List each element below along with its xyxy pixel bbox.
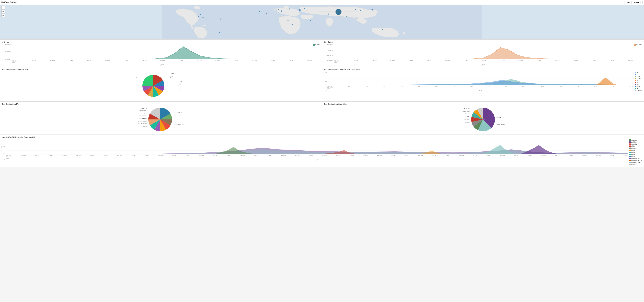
- top-flows-overtime-title: Top Flows by Destination Port Over Time: [324, 68, 642, 70]
- svg-point-13: [382, 29, 383, 30]
- top-dest-ips-chart: other (1) 195.238.2.21 10.01 203.107.6.8…: [2, 106, 320, 133]
- chevron-down-icon: ▾: [640, 1, 641, 4]
- in-bytes-chart-area: 150,000,000 In Bytes 100,000,000 50,000,…: [2, 44, 320, 66]
- out-y-axis-mid: 100,000,000: [324, 55, 333, 56]
- out-bytes-x-label: _time: [334, 64, 633, 66]
- svg-point-18: [198, 16, 199, 17]
- svg-marker-33: [334, 47, 633, 59]
- edit-button[interactable]: Edit: [624, 1, 632, 4]
- y-axis-label-text: In Bytes: [0, 146, 2, 151]
- in-bytes-legend-label: In Bytes: [315, 44, 320, 46]
- svg-point-12: [356, 18, 358, 19]
- svg-point-21: [219, 32, 220, 33]
- overtime-x-label: _time: [327, 90, 634, 91]
- top-flows-overtime-chart: 100 50 0 6:24 PMSun Jun 212020 6:27: [324, 72, 642, 92]
- svg-marker-28: [12, 46, 312, 59]
- map-zoom-controls: + − ⊕: [1, 6, 5, 17]
- svg-point-1: [336, 9, 342, 15]
- port-label-1600: 1600: [179, 81, 182, 83]
- port-label-53-bottom: 53: [179, 89, 182, 90]
- world-map: + − ⊕: [0, 5, 644, 40]
- out-bytes-panel: Out Bytes 150,000,000 Out Bytes 100,000,…: [322, 40, 644, 67]
- svg-point-20: [220, 18, 221, 20]
- out-bytes-chart-area: 150,000,000 Out Bytes 100,000,000 50,000…: [324, 44, 642, 66]
- toolbar-buttons: Edit Export ▾: [624, 1, 643, 4]
- top-flows-dest-port-title: Top Flows by Destination Port: [2, 68, 320, 70]
- top-dest-ips-title: Top Destination IPs: [2, 103, 320, 105]
- svg-point-17: [202, 17, 204, 18]
- svg-point-6: [304, 8, 306, 9]
- svg-point-4: [278, 9, 279, 10]
- out-y-axis-low: 50,000,000: [324, 60, 333, 62]
- svg-point-2: [299, 9, 301, 11]
- svg-point-5: [289, 8, 290, 10]
- out-bytes-title: Out Bytes: [324, 41, 642, 43]
- top-dest-countries-chart: other (8) Netherlands Ireland China Germ…: [324, 106, 642, 133]
- top-dest-countries-title: Top Destination Countries: [324, 103, 642, 105]
- non-us-legend: Australia Belgium Canada China Germany I…: [629, 139, 642, 165]
- svg-point-9: [372, 9, 373, 10]
- top-flows-overtime-panel: Top Flows by Destination Port Over Time …: [322, 67, 644, 102]
- svg-marker-38: [327, 80, 634, 85]
- top-dest-ips-panel: Top Destination IPs other (1) 195.238.2.…: [0, 102, 322, 135]
- non-us-traffic-title: Non-US Traffic Flows by Country (4h): [2, 136, 642, 138]
- svg-point-23: [266, 13, 267, 14]
- top-dest-countries-panel: Top Destination Countries other (8) Neth…: [322, 102, 644, 135]
- out-bytes-legend-color: [634, 44, 636, 46]
- non-us-traffic-chart: 200 150 100 50: [2, 139, 642, 165]
- svg-point-3: [280, 10, 282, 12]
- svg-point-16: [288, 20, 288, 21]
- svg-point-10: [328, 14, 329, 14]
- svg-marker-39: [591, 78, 634, 85]
- svg-point-15: [292, 24, 293, 25]
- y-axis-mid: 100,000,000: [2, 51, 11, 52]
- top-flows-dest-port-panel: Top Flows by Destination Port: [0, 67, 322, 102]
- non-us-x-label: _time: [6, 159, 628, 161]
- svg-point-22: [259, 11, 260, 12]
- svg-point-8: [360, 10, 361, 11]
- port-label-443: 443: [179, 83, 182, 85]
- zoom-out-button[interactable]: −: [1, 10, 5, 13]
- y-axis-max: 150,000,000: [2, 44, 11, 46]
- out-y-axis-label: Out Bytes: [324, 50, 333, 51]
- y-axis-low: 50,000,000: [2, 58, 11, 60]
- svg-point-14: [310, 20, 311, 21]
- in-bytes-panel: In Bytes 150,000,000 In Bytes 100,000,00…: [0, 40, 322, 67]
- svg-point-7: [355, 9, 356, 10]
- out-bytes-legend-label: Out Bytes: [636, 44, 642, 46]
- zoom-reset-button[interactable]: ⊕: [1, 14, 5, 17]
- dashboard-grid: In Bytes 150,000,000 In Bytes 100,000,00…: [0, 40, 644, 135]
- overtime-legend: 0 123 1500 16600 443 53 80 6800 993 OTHE…: [635, 72, 642, 92]
- out-y-axis-max: 150,000,000: [324, 44, 333, 46]
- export-button[interactable]: Export ▾: [632, 1, 643, 4]
- svg-point-11: [346, 16, 347, 17]
- svg-point-19: [200, 14, 201, 15]
- in-bytes-x-label: _time: [12, 64, 312, 66]
- zoom-in-button[interactable]: +: [1, 6, 5, 10]
- top-flows-dest-port-chart: 993 6800 80 123 1600 443 53: [2, 72, 320, 100]
- top-bar: Netflow Github Edit Export ▾: [0, 0, 644, 5]
- non-us-traffic-panel: Non-US Traffic Flows by Country (4h) 200…: [0, 135, 644, 167]
- app-title: Netflow Github: [1, 1, 17, 4]
- in-bytes-legend-color: [313, 44, 315, 46]
- in-bytes-title: In Bytes: [2, 41, 320, 43]
